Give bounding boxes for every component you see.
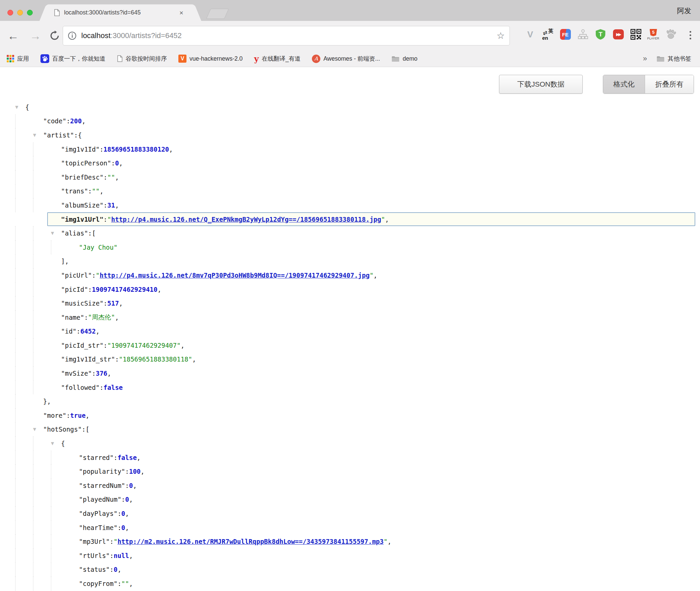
json-line: "trans": "",: [0, 184, 700, 198]
new-tab-button[interactable]: [206, 9, 229, 19]
json-token-p: :: [74, 131, 78, 139]
json-link[interactable]: http://p4.music.126.net/8mv7qP30Pd3oHW8b…: [99, 272, 370, 279]
forward-icon[interactable]: →: [30, 29, 41, 42]
indent-guide: [33, 493, 51, 507]
tampermonkey-extension-icon[interactable]: T: [595, 29, 606, 40]
json-token-p: :: [82, 426, 85, 433]
json-token-p: ,: [181, 342, 184, 349]
indent-guide: [33, 338, 51, 352]
bookmark-star-icon[interactable]: ☆: [497, 30, 505, 41]
json-token-n: 6452: [80, 328, 96, 335]
minimize-window-button[interactable]: [17, 10, 23, 15]
json-token-k: "albumSize": [61, 201, 104, 209]
paw-extension-icon[interactable]: [665, 28, 676, 41]
indent-guide: [15, 493, 33, 507]
bookmark-google-sort[interactable]: 谷歌按时间排序: [117, 55, 167, 63]
json-token-p: {: [61, 440, 65, 447]
baidu-paw-icon: [40, 54, 49, 63]
reload-icon[interactable]: [49, 30, 60, 41]
collapse-arrow-icon[interactable]: ▼: [33, 427, 43, 432]
browser-toolbar: ← → localhost:3000/artists?id=6452 ☆ V ⇄…: [0, 21, 700, 51]
json-token-p: ,: [129, 496, 133, 503]
json-line: "img1v1Id_str": "18569651883380118",: [0, 352, 700, 367]
indent-guide: [15, 506, 33, 521]
json-token-k: "briefDesc": [61, 174, 104, 181]
json-token-s: "19097417462929407": [107, 342, 180, 349]
bookmark-demo-folder[interactable]: demo: [391, 55, 417, 62]
indent-guide: [15, 464, 33, 478]
json-token-p: ,: [125, 524, 129, 531]
indent-guide: [15, 577, 33, 591]
maximize-window-button[interactable]: [27, 10, 33, 15]
json-token-k: "hearTime": [79, 524, 117, 531]
tab-close-icon[interactable]: ×: [179, 9, 183, 16]
json-token-p: :: [104, 174, 107, 181]
indent-guide: [51, 493, 69, 507]
indent-guide: [15, 366, 33, 380]
bookmark-youdao[interactable]: y 在线翻译_有道: [254, 54, 301, 64]
bookmarks-overflow-chevron-icon[interactable]: »: [643, 54, 647, 63]
site-info-icon[interactable]: [68, 31, 77, 40]
json-token-p: ,: [107, 370, 111, 377]
json-token-p: :: [88, 229, 92, 237]
json-token-sq: ": [107, 216, 111, 223]
html5-player-extension-icon[interactable]: s5 PLAYER: [648, 28, 659, 41]
collapse-all-button[interactable]: 折叠所有: [645, 75, 694, 93]
json-line: ▼{: [0, 436, 700, 450]
bookmark-awesomes[interactable]: A Awesomes - 前端资...: [312, 55, 380, 63]
url-text[interactable]: localhost:3000/artists?id=6452: [81, 31, 493, 40]
bookmarks-bar: 应用 百度一下，你就知道 谷歌按时间排序 V vue-hackernews-2.…: [0, 51, 700, 67]
indent-guide: [51, 521, 69, 535]
h5-caption: PLAYER: [647, 37, 660, 40]
json-token-k: "more": [43, 412, 66, 419]
json-viewer: ▼{"code": 200,▼"artist": {"img1v1Id": 18…: [0, 100, 700, 591]
json-link[interactable]: http://m2.music.126.net/RMJR7wDullRqppBk…: [117, 538, 383, 545]
qr-code-extension-icon[interactable]: [630, 28, 641, 41]
folder-icon: [657, 56, 665, 62]
address-bar[interactable]: localhost:3000/artists?id=6452 ☆: [63, 26, 510, 45]
close-window-button[interactable]: [7, 10, 13, 15]
bookmark-other-folder[interactable]: 其他书签: [657, 55, 691, 63]
indent-guide: [33, 521, 51, 535]
indent-guide: [33, 366, 51, 380]
vue-devtools-extension-icon[interactable]: V: [525, 28, 536, 41]
collapse-arrow-icon[interactable]: ▼: [51, 441, 61, 446]
json-token-p: :: [117, 580, 121, 587]
json-token-p: ,: [117, 566, 121, 573]
bookmark-apps[interactable]: 应用: [7, 55, 29, 63]
browser-tab[interactable]: localhost:3000/artists?id=645 ×: [48, 4, 193, 21]
fe-helper-extension-icon[interactable]: FE: [560, 28, 571, 41]
json-line: "id": 6452,: [0, 324, 700, 339]
indent-guide: [33, 310, 51, 324]
profile-name[interactable]: 阿发: [677, 6, 691, 15]
json-token-p: :: [115, 355, 119, 363]
format-button[interactable]: 格式化: [603, 75, 645, 93]
collapse-arrow-icon[interactable]: ▼: [51, 231, 61, 236]
json-token-k: "musicSize": [61, 300, 104, 307]
indent-guide: [15, 142, 33, 156]
json-token-n: 0: [121, 524, 125, 531]
json-token-p: :: [77, 328, 80, 335]
translator-extension-icon[interactable]: ⇄ 英 en: [542, 28, 553, 41]
json-token-k: "dayPlays": [79, 510, 117, 517]
browser-menu-icon[interactable]: [690, 31, 691, 39]
json-token-k: "alias": [61, 229, 88, 237]
view-mode-toggle: 格式化 折叠所有: [603, 75, 694, 94]
indent-guide: [33, 549, 51, 563]
json-token-k: "mvSize": [61, 370, 92, 377]
sitemap-extension-icon[interactable]: [577, 28, 588, 41]
json-link[interactable]: http://p4.music.126.net/Q_ExePNkmgB2yWyL…: [111, 216, 381, 223]
collapse-arrow-icon[interactable]: ▼: [15, 105, 25, 110]
json-token-p: :: [125, 468, 129, 475]
json-token-p: :: [104, 300, 107, 307]
json-token-p: ,: [385, 216, 389, 223]
back-icon[interactable]: ←: [7, 29, 19, 42]
json-token-b: false: [117, 454, 137, 461]
bookmark-baidu[interactable]: 百度一下，你就知道: [40, 54, 106, 63]
json-line: "picId_str": "19097417462929407",: [0, 338, 700, 352]
indent-guide: [33, 142, 51, 156]
collapse-arrow-icon[interactable]: ▼: [33, 133, 43, 137]
download-json-button[interactable]: 下载JSON数据: [499, 75, 583, 94]
bookmark-vue-hackernews[interactable]: V vue-hackernews-2.0: [178, 55, 243, 63]
video-speed-extension-icon[interactable]: ▶▶: [613, 28, 624, 41]
